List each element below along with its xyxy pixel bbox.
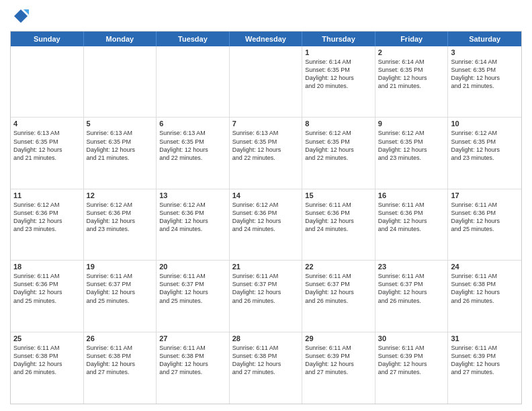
day-number: 15 bbox=[305, 191, 372, 199]
cell-info: Sunrise: 6:12 AM Sunset: 6:36 PM Dayligh… bbox=[159, 201, 226, 234]
calendar-cell bbox=[230, 46, 303, 117]
header-day: Monday bbox=[84, 32, 157, 46]
cell-info: Sunrise: 6:11 AM Sunset: 6:37 PM Dayligh… bbox=[87, 272, 154, 305]
cell-info: Sunrise: 6:11 AM Sunset: 6:39 PM Dayligh… bbox=[305, 344, 372, 377]
calendar-cell: 12Sunrise: 6:12 AM Sunset: 6:36 PM Dayli… bbox=[84, 189, 157, 260]
day-number: 19 bbox=[87, 263, 154, 271]
calendar-cell: 23Sunrise: 6:11 AM Sunset: 6:37 PM Dayli… bbox=[375, 261, 449, 331]
cell-info: Sunrise: 6:11 AM Sunset: 6:36 PM Dayligh… bbox=[305, 201, 372, 234]
cell-info: Sunrise: 6:13 AM Sunset: 6:35 PM Dayligh… bbox=[232, 129, 300, 162]
day-number: 26 bbox=[87, 334, 154, 342]
cell-info: Sunrise: 6:11 AM Sunset: 6:38 PM Dayligh… bbox=[159, 344, 226, 377]
day-number: 24 bbox=[451, 263, 519, 271]
calendar-cell: 3Sunrise: 6:14 AM Sunset: 6:35 PM Daylig… bbox=[448, 46, 521, 117]
calendar-week: 1Sunrise: 6:14 AM Sunset: 6:35 PM Daylig… bbox=[11, 46, 521, 118]
page: SundayMondayTuesdayWednesdayThursdayFrid… bbox=[0, 0, 532, 411]
calendar-cell bbox=[157, 46, 230, 117]
header-day: Tuesday bbox=[157, 32, 230, 46]
calendar-cell bbox=[84, 46, 157, 117]
day-number: 18 bbox=[13, 263, 81, 271]
cell-info: Sunrise: 6:11 AM Sunset: 6:36 PM Dayligh… bbox=[378, 201, 445, 234]
calendar-cell: 7Sunrise: 6:13 AM Sunset: 6:35 PM Daylig… bbox=[230, 118, 303, 188]
day-number: 4 bbox=[13, 120, 81, 128]
header-day: Wednesday bbox=[230, 32, 303, 46]
day-number: 22 bbox=[305, 263, 372, 271]
calendar-cell: 14Sunrise: 6:12 AM Sunset: 6:36 PM Dayli… bbox=[230, 189, 303, 260]
logo-icon bbox=[10, 7, 29, 26]
calendar-cell: 19Sunrise: 6:11 AM Sunset: 6:37 PM Dayli… bbox=[84, 261, 157, 331]
calendar-cell: 6Sunrise: 6:13 AM Sunset: 6:35 PM Daylig… bbox=[157, 118, 230, 188]
calendar-cell: 25Sunrise: 6:11 AM Sunset: 6:38 PM Dayli… bbox=[11, 332, 84, 404]
cell-info: Sunrise: 6:11 AM Sunset: 6:36 PM Dayligh… bbox=[451, 201, 519, 234]
cell-info: Sunrise: 6:11 AM Sunset: 6:37 PM Dayligh… bbox=[159, 272, 226, 305]
header-day: Friday bbox=[375, 32, 449, 46]
day-number: 5 bbox=[87, 120, 154, 128]
day-number: 30 bbox=[378, 334, 445, 342]
day-number: 10 bbox=[451, 120, 519, 128]
calendar-cell: 8Sunrise: 6:12 AM Sunset: 6:35 PM Daylig… bbox=[302, 118, 375, 188]
calendar-week: 4Sunrise: 6:13 AM Sunset: 6:35 PM Daylig… bbox=[11, 118, 521, 189]
calendar-body: 1Sunrise: 6:14 AM Sunset: 6:35 PM Daylig… bbox=[11, 46, 521, 404]
cell-info: Sunrise: 6:12 AM Sunset: 6:35 PM Dayligh… bbox=[451, 129, 519, 162]
day-number: 20 bbox=[159, 263, 226, 271]
calendar-week: 18Sunrise: 6:11 AM Sunset: 6:36 PM Dayli… bbox=[11, 261, 521, 332]
header-day: Sunday bbox=[11, 32, 84, 46]
cell-info: Sunrise: 6:11 AM Sunset: 6:37 PM Dayligh… bbox=[232, 272, 300, 305]
calendar-cell: 1Sunrise: 6:14 AM Sunset: 6:35 PM Daylig… bbox=[302, 46, 375, 117]
day-number: 21 bbox=[232, 263, 300, 271]
calendar-cell: 9Sunrise: 6:12 AM Sunset: 6:35 PM Daylig… bbox=[375, 118, 449, 188]
calendar-cell: 18Sunrise: 6:11 AM Sunset: 6:36 PM Dayli… bbox=[11, 261, 84, 331]
calendar-cell: 21Sunrise: 6:11 AM Sunset: 6:37 PM Dayli… bbox=[230, 261, 303, 331]
header-day: Thursday bbox=[302, 32, 375, 46]
calendar-cell: 2Sunrise: 6:14 AM Sunset: 6:35 PM Daylig… bbox=[375, 46, 449, 117]
day-number: 29 bbox=[305, 334, 372, 342]
day-number: 23 bbox=[378, 263, 445, 271]
cell-info: Sunrise: 6:13 AM Sunset: 6:35 PM Dayligh… bbox=[159, 129, 226, 162]
calendar-cell: 29Sunrise: 6:11 AM Sunset: 6:39 PM Dayli… bbox=[302, 332, 375, 404]
calendar-cell: 30Sunrise: 6:11 AM Sunset: 6:39 PM Dayli… bbox=[375, 332, 449, 404]
cell-info: Sunrise: 6:14 AM Sunset: 6:35 PM Dayligh… bbox=[451, 58, 519, 91]
calendar-cell: 28Sunrise: 6:11 AM Sunset: 6:38 PM Dayli… bbox=[230, 332, 303, 404]
day-number: 27 bbox=[159, 334, 226, 342]
cell-info: Sunrise: 6:13 AM Sunset: 6:35 PM Dayligh… bbox=[87, 129, 154, 162]
calendar-cell: 4Sunrise: 6:13 AM Sunset: 6:35 PM Daylig… bbox=[11, 118, 84, 188]
header bbox=[10, 7, 522, 26]
day-number: 9 bbox=[378, 120, 445, 128]
day-number: 14 bbox=[232, 191, 300, 199]
day-number: 3 bbox=[451, 48, 519, 56]
calendar-cell: 26Sunrise: 6:11 AM Sunset: 6:38 PM Dayli… bbox=[84, 332, 157, 404]
day-number: 2 bbox=[378, 48, 445, 56]
day-number: 11 bbox=[13, 191, 81, 199]
cell-info: Sunrise: 6:11 AM Sunset: 6:39 PM Dayligh… bbox=[378, 344, 445, 377]
day-number: 31 bbox=[451, 334, 519, 342]
cell-info: Sunrise: 6:11 AM Sunset: 6:37 PM Dayligh… bbox=[378, 272, 445, 305]
calendar-cell bbox=[11, 46, 84, 117]
calendar-cell: 10Sunrise: 6:12 AM Sunset: 6:35 PM Dayli… bbox=[448, 118, 521, 188]
cell-info: Sunrise: 6:11 AM Sunset: 6:36 PM Dayligh… bbox=[13, 272, 81, 305]
calendar-header: SundayMondayTuesdayWednesdayThursdayFrid… bbox=[11, 32, 521, 46]
day-number: 13 bbox=[159, 191, 226, 199]
calendar-cell: 11Sunrise: 6:12 AM Sunset: 6:36 PM Dayli… bbox=[11, 189, 84, 260]
calendar-cell: 24Sunrise: 6:11 AM Sunset: 6:38 PM Dayli… bbox=[448, 261, 521, 331]
calendar-week: 11Sunrise: 6:12 AM Sunset: 6:36 PM Dayli… bbox=[11, 189, 521, 261]
calendar-cell: 17Sunrise: 6:11 AM Sunset: 6:36 PM Dayli… bbox=[448, 189, 521, 260]
day-number: 8 bbox=[305, 120, 372, 128]
calendar-cell: 13Sunrise: 6:12 AM Sunset: 6:36 PM Dayli… bbox=[157, 189, 230, 260]
day-number: 28 bbox=[232, 334, 300, 342]
day-number: 7 bbox=[232, 120, 300, 128]
day-number: 25 bbox=[13, 334, 81, 342]
cell-info: Sunrise: 6:11 AM Sunset: 6:37 PM Dayligh… bbox=[305, 272, 372, 305]
day-number: 6 bbox=[159, 120, 226, 128]
cell-info: Sunrise: 6:14 AM Sunset: 6:35 PM Dayligh… bbox=[378, 58, 445, 91]
cell-info: Sunrise: 6:11 AM Sunset: 6:38 PM Dayligh… bbox=[13, 344, 81, 377]
cell-info: Sunrise: 6:13 AM Sunset: 6:35 PM Dayligh… bbox=[13, 129, 81, 162]
calendar-cell: 31Sunrise: 6:11 AM Sunset: 6:39 PM Dayli… bbox=[448, 332, 521, 404]
cell-info: Sunrise: 6:12 AM Sunset: 6:36 PM Dayligh… bbox=[13, 201, 81, 234]
cell-info: Sunrise: 6:11 AM Sunset: 6:38 PM Dayligh… bbox=[232, 344, 300, 377]
header-day: Saturday bbox=[448, 32, 521, 46]
day-number: 12 bbox=[87, 191, 154, 199]
cell-info: Sunrise: 6:12 AM Sunset: 6:35 PM Dayligh… bbox=[305, 129, 372, 162]
day-number: 1 bbox=[305, 48, 372, 56]
calendar-cell: 16Sunrise: 6:11 AM Sunset: 6:36 PM Dayli… bbox=[375, 189, 449, 260]
calendar-cell: 20Sunrise: 6:11 AM Sunset: 6:37 PM Dayli… bbox=[157, 261, 230, 331]
